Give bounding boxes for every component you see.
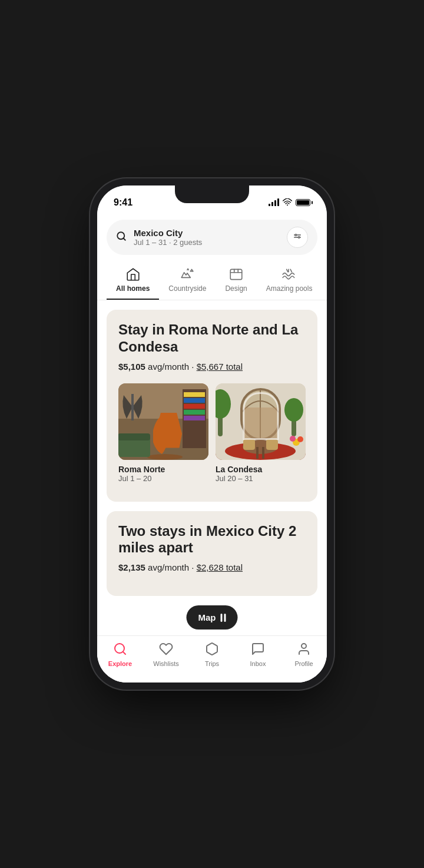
roma-norte-name: Roma Norte	[118, 465, 208, 474]
svg-line-2	[123, 238, 125, 240]
svg-rect-38	[243, 439, 255, 450]
svg-rect-18	[184, 410, 205, 415]
la-condesa-name: La Condesa	[216, 465, 306, 474]
stay-card-1[interactable]: Stay in Roma Norte and La Condesa $5,105…	[107, 310, 317, 502]
tab-all-homes-label: All homes	[116, 284, 150, 293]
property-roma-norte[interactable]: Roma Norte Jul 1 – 20	[118, 383, 208, 483]
svg-point-45	[302, 644, 306, 648]
card2-price: $2,135 avg/month · $2,628 total	[118, 562, 306, 572]
property-la-condesa[interactable]: La Condesa Jul 20 – 31	[216, 383, 306, 483]
svg-point-5	[295, 234, 297, 236]
svg-point-0	[287, 204, 288, 206]
status-time: 9:41	[114, 197, 132, 208]
svg-rect-8	[230, 269, 242, 279]
roma-norte-dates: Jul 1 – 20	[118, 474, 208, 483]
search-icon	[116, 231, 127, 244]
nav-profile[interactable]: Profile	[281, 642, 327, 667]
svg-point-42	[290, 436, 296, 442]
search-text: Mexico City Jul 1 – 31 · 2 guests	[134, 228, 280, 247]
signal-bars-icon	[269, 199, 279, 206]
inbox-icon	[251, 642, 265, 658]
filter-button[interactable]	[287, 227, 308, 248]
svg-rect-16	[184, 398, 205, 403]
svg-point-41	[297, 436, 303, 442]
explore-icon	[113, 642, 127, 658]
roma-norte-image	[118, 383, 208, 460]
svg-rect-36	[256, 447, 259, 459]
svg-rect-17	[184, 404, 205, 409]
svg-point-20	[147, 454, 183, 460]
nav-wishlists[interactable]: Wishlists	[143, 642, 189, 667]
svg-rect-25	[241, 389, 280, 439]
svg-point-34	[284, 398, 303, 422]
tab-countryside-label: Countryside	[168, 284, 206, 293]
card1-title: Stay in Roma Norte and La Condesa	[118, 322, 306, 356]
tab-amazing-pools[interactable]: Amazing pools	[257, 262, 322, 300]
tab-all-homes[interactable]: All homes	[107, 262, 159, 300]
status-icons	[269, 198, 310, 207]
map-button-label: Map	[198, 612, 216, 622]
wifi-icon	[283, 198, 292, 207]
notch	[175, 185, 249, 203]
svg-point-6	[298, 237, 300, 238]
tab-countryside[interactable]: Countryside	[159, 262, 216, 300]
svg-rect-39	[266, 439, 278, 450]
tab-design[interactable]: Design	[216, 262, 256, 300]
search-bar[interactable]: Mexico City Jul 1 – 31 · 2 guests	[107, 220, 317, 255]
svg-rect-15	[184, 392, 205, 397]
category-tabs: All homes Countryside	[97, 255, 327, 300]
nav-profile-label: Profile	[294, 660, 313, 667]
card1-price: $5,105 avg/month · $5,667 total	[118, 362, 306, 372]
nav-trips[interactable]: Trips	[189, 642, 235, 667]
profile-icon	[297, 642, 311, 658]
svg-line-44	[123, 652, 125, 654]
search-location: Mexico City	[134, 228, 280, 238]
map-pause-icon	[221, 614, 226, 622]
trips-icon	[205, 642, 219, 658]
nav-wishlists-label: Wishlists	[153, 660, 178, 667]
battery-icon	[296, 199, 310, 206]
wishlists-icon	[159, 642, 173, 658]
nav-inbox-label: Inbox	[250, 660, 266, 667]
nav-trips-label: Trips	[205, 660, 219, 667]
nav-inbox[interactable]: Inbox	[235, 642, 281, 667]
tab-design-label: Design	[225, 284, 247, 293]
la-condesa-dates: Jul 20 – 31	[216, 474, 306, 483]
svg-rect-23	[118, 433, 150, 440]
svg-rect-37	[262, 447, 264, 459]
la-condesa-image	[216, 383, 306, 460]
map-button[interactable]: Map	[187, 605, 238, 630]
svg-rect-19	[184, 416, 205, 420]
nav-explore-label: Explore	[108, 660, 132, 667]
properties-row: Roma Norte Jul 1 – 20	[118, 383, 306, 483]
svg-rect-29	[244, 408, 277, 439]
phone-screen: 9:41	[97, 185, 327, 683]
stay-card-2[interactable]: Two stays in Mexico City 2 miles apart $…	[107, 511, 317, 597]
svg-rect-27	[241, 389, 280, 439]
nav-explore[interactable]: Explore	[97, 642, 143, 667]
phone-frame: 9:41	[97, 185, 327, 683]
card2-title: Two stays in Mexico City 2 miles apart	[118, 523, 306, 557]
svg-rect-21	[131, 394, 134, 420]
svg-rect-26	[243, 407, 278, 439]
search-dates: Jul 1 – 31 · 2 guests	[134, 238, 280, 247]
bottom-nav: Explore Wishlists Trips	[97, 635, 327, 683]
tab-amazing-pools-label: Amazing pools	[266, 284, 313, 293]
